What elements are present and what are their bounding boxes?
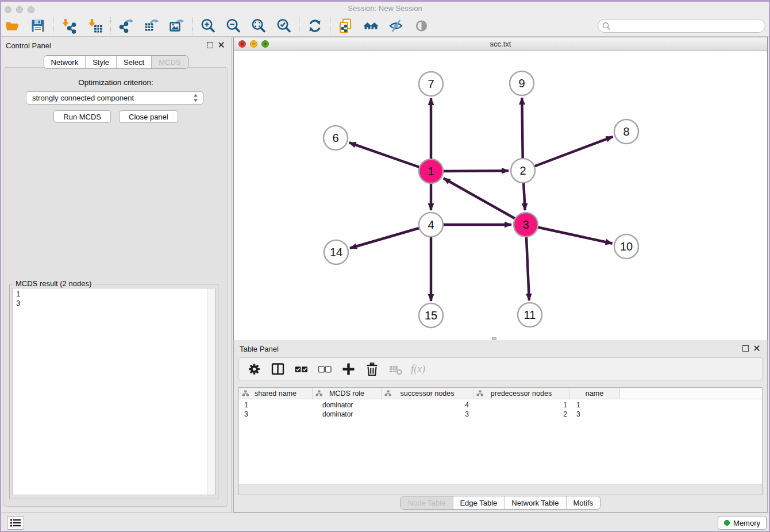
refresh-button[interactable] (305, 16, 325, 36)
network-graph[interactable]: 7968124314101511 (234, 51, 767, 340)
column-header-successor-nodes[interactable]: successor nodes (382, 388, 473, 399)
clone-network-icon (337, 17, 355, 34)
table-cell[interactable]: dominator (313, 400, 382, 410)
tab-mcds[interactable]: MCDS (152, 56, 187, 68)
table-body: 1dominator4113dominator323 (239, 399, 762, 484)
select-all-button[interactable] (293, 361, 309, 377)
graph-node-1[interactable]: 1 (419, 159, 443, 183)
table-panel: Table Panel (233, 340, 768, 512)
float-panel-button[interactable] (207, 42, 213, 48)
table-cell[interactable]: 3 (569, 410, 620, 419)
column-header-predecessor-nodes[interactable]: predecessor nodes (473, 388, 569, 399)
home-button[interactable] (361, 16, 382, 36)
status-bar: Memory (0, 512, 770, 532)
svg-text:1: 1 (428, 165, 434, 178)
mcds-result-list: 13 (12, 288, 215, 495)
eye-contrast-icon (413, 17, 430, 34)
clone-network-button[interactable] (336, 16, 356, 36)
table-cell[interactable]: 3 (239, 410, 313, 419)
graph-node-7[interactable]: 7 (419, 72, 443, 96)
gear-icon (247, 361, 262, 377)
tab-select[interactable]: Select (117, 56, 152, 68)
tab-motifs[interactable]: Motifs (566, 496, 600, 509)
graph-node-15[interactable]: 15 (419, 303, 443, 327)
table-cell[interactable]: 2 (473, 410, 569, 419)
save-session-button[interactable] (28, 16, 48, 36)
column-header-shared-name[interactable]: shared name (239, 388, 313, 399)
task-history-button[interactable] (7, 516, 24, 530)
zoom-selected-button[interactable] (274, 16, 294, 36)
tab-network[interactable]: Network (44, 56, 86, 68)
close-panel-button-2[interactable]: Close panel (119, 110, 178, 123)
search-field[interactable] (598, 19, 765, 33)
export-network-button[interactable] (116, 16, 137, 36)
close-panel-button[interactable] (218, 41, 225, 48)
run-mcds-button[interactable]: Run MCDS (53, 110, 111, 123)
graph-node-9[interactable]: 9 (510, 71, 534, 95)
show-columns-button[interactable] (270, 361, 286, 377)
graph-node-2[interactable]: 2 (511, 159, 535, 183)
import-table-icon (87, 17, 104, 34)
mcds-tab-content: Optimization criterion: strongly connect… (3, 67, 228, 507)
graph-edge-3-10[interactable] (526, 225, 613, 244)
network-canvas[interactable]: 7968124314101511 (234, 51, 767, 340)
graph-edge-3-1[interactable] (444, 178, 526, 225)
tab-style[interactable]: Style (86, 56, 117, 68)
table-cell[interactable]: 1 (473, 400, 569, 410)
result-scrollbar[interactable] (207, 288, 215, 495)
table-row[interactable]: 1dominator411 (239, 400, 762, 410)
export-table-button[interactable] (141, 16, 162, 36)
table-cell[interactable]: 3 (382, 410, 473, 419)
zoom-in-button[interactable] (198, 16, 218, 36)
column-header-MCDS-role[interactable]: MCDS role (313, 388, 382, 399)
tab-node-table[interactable]: Node Table (401, 496, 453, 509)
table-row[interactable]: 3dominator323 (239, 410, 762, 419)
graph-node-4[interactable]: 4 (419, 213, 443, 237)
float-table-panel-button[interactable] (742, 345, 749, 352)
select-all-icon (294, 361, 309, 377)
tab-edge-table[interactable]: Edge Table (453, 496, 505, 509)
table-settings-button[interactable] (246, 361, 262, 377)
table-cell[interactable]: 1 (239, 400, 313, 410)
deselect-all-button[interactable] (317, 361, 333, 377)
split-panel-icon (270, 361, 286, 377)
import-network-button[interactable] (59, 16, 79, 36)
search-input[interactable] (611, 20, 765, 32)
toolbar-separator (53, 17, 54, 34)
open-session-button[interactable] (2, 16, 23, 36)
svg-text:2: 2 (519, 164, 526, 177)
graph-edge-2-8[interactable] (523, 137, 613, 171)
table-cell[interactable]: dominator (313, 410, 382, 419)
export-image-button[interactable] (167, 16, 187, 36)
memory-button[interactable]: Memory (718, 516, 767, 530)
table-cell[interactable]: 4 (382, 400, 473, 410)
graph-node-14[interactable]: 14 (324, 240, 348, 264)
import-table-button[interactable] (85, 16, 106, 36)
table-cell[interactable]: 1 (569, 400, 620, 410)
tab-network-table[interactable]: Network Table (505, 496, 566, 509)
import-network-icon (60, 17, 78, 34)
graph-node-8[interactable]: 8 (614, 119, 638, 144)
svg-text:15: 15 (425, 309, 437, 322)
hide-panels-button[interactable] (386, 16, 407, 36)
close-table-panel-button[interactable] (753, 345, 760, 352)
graph-node-6[interactable]: 6 (324, 126, 348, 150)
graph-node-3[interactable]: 3 (514, 213, 538, 237)
graph-edge-1-6[interactable] (349, 142, 431, 171)
graph-node-11[interactable]: 11 (518, 303, 542, 327)
table-panel-tabs: Node Table Edge Table Network Table Moti… (401, 496, 600, 510)
optimization-criterion-select[interactable]: strongly connected component (26, 91, 203, 105)
zoom-selected-icon (275, 17, 292, 34)
column-header-name[interactable]: name (569, 388, 620, 399)
graph-node-10[interactable]: 10 (614, 234, 638, 259)
shared-column-icon (315, 390, 323, 396)
show-eye-button[interactable] (411, 16, 432, 36)
svg-text:9: 9 (518, 77, 525, 90)
zoom-fit-button[interactable] (248, 16, 269, 36)
zoom-out-button[interactable] (223, 16, 244, 36)
export-network-icon (118, 17, 135, 34)
delete-column-button[interactable] (364, 361, 380, 377)
add-column-button[interactable] (340, 361, 356, 377)
eye-slash-icon (388, 17, 405, 34)
table-horizontal-scrollbar[interactable] (239, 484, 762, 495)
